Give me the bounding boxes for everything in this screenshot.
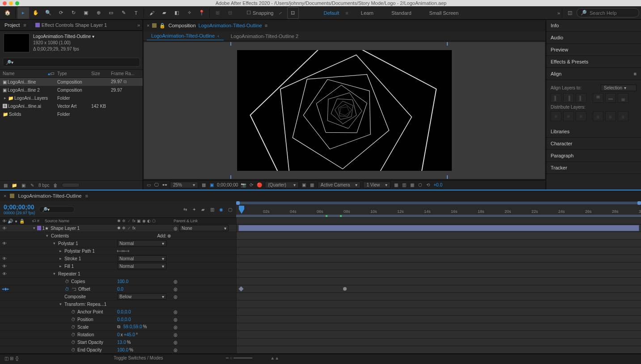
eye-column-icon[interactable]: 👁 bbox=[2, 218, 7, 224]
anchor-value[interactable]: 0.0,0.0 bbox=[117, 309, 131, 314]
tl-opt6-icon[interactable]: ▢ bbox=[227, 207, 233, 212]
align-bottom-icon[interactable]: ▄ bbox=[618, 93, 628, 103]
rotate-tool-icon[interactable]: ↻ bbox=[68, 7, 79, 19]
playhead-icon[interactable] bbox=[239, 205, 244, 215]
project-row[interactable]: 📁 SolidsFolder bbox=[0, 110, 143, 118]
timeline-ruler[interactable]: 02s04s06s08s10s12s14s16s18s20s22s24s26s2… bbox=[236, 205, 641, 215]
workspace-standard[interactable]: Standard bbox=[386, 8, 417, 17]
panel-libraries[interactable]: Libraries bbox=[546, 126, 641, 138]
timeline-timecode[interactable]: 0;00;00;00 bbox=[4, 203, 35, 211]
type-tool-icon[interactable]: T bbox=[130, 7, 142, 19]
audio-column-icon[interactable]: 🔊 bbox=[8, 218, 13, 224]
project-row[interactable]: ▣ LogoAni...tline 2Composition29.97 bbox=[0, 86, 143, 94]
end-opacity-value[interactable]: 100.0 bbox=[117, 347, 128, 352]
toggle-switches-button[interactable]: Toggle Switches / Modes bbox=[114, 356, 163, 361]
camera-tool-icon[interactable]: ▣ bbox=[80, 7, 92, 19]
eraser-tool-icon[interactable]: ◧ bbox=[171, 7, 183, 19]
project-search[interactable]: 🔎▾ bbox=[3, 58, 140, 67]
minimize-window-icon[interactable] bbox=[9, 1, 13, 5]
work-area-start[interactable] bbox=[230, 42, 231, 46]
workspace-default[interactable]: Default bbox=[318, 8, 345, 17]
camera-dropdown[interactable]: Active Camera▾ bbox=[318, 182, 361, 188]
pickwhip-icon[interactable]: ◎ bbox=[174, 226, 178, 231]
home-icon[interactable]: 🏠 bbox=[2, 7, 13, 19]
panel-toggle-icon[interactable]: ◫ bbox=[564, 7, 576, 19]
tl-opt3-icon[interactable]: ▰ bbox=[200, 207, 206, 212]
views-dropdown[interactable]: 1 View▾ bbox=[363, 182, 391, 188]
twirl-polystar-path[interactable]: ▸ bbox=[58, 249, 63, 253]
pan-behind-tool-icon[interactable]: ⊕ bbox=[93, 7, 104, 19]
layer-eye-icon[interactable]: 👁 bbox=[2, 225, 7, 231]
resolution-dropdown[interactable]: (Quarter)▾ bbox=[265, 182, 299, 188]
pickwhip-icon[interactable]: ◎ bbox=[174, 279, 178, 284]
position-value[interactable]: 0.0,0.0 bbox=[117, 317, 131, 322]
safe-icon[interactable]: ▣ bbox=[209, 182, 214, 188]
help-search[interactable]: 🔎 bbox=[577, 8, 639, 17]
panel-align[interactable]: Align≡ bbox=[546, 68, 641, 80]
effect-controls-tab[interactable]: Effect Controls Shape Layer 1 bbox=[31, 20, 112, 30]
project-tab[interactable]: Project≡ bbox=[0, 20, 31, 30]
link-icon[interactable]: ⧉ bbox=[117, 324, 120, 330]
rotation-value[interactable]: +45.0 bbox=[124, 332, 135, 337]
snapshot-icon[interactable]: 📷 bbox=[241, 182, 246, 188]
comp-tab-1[interactable]: LogoAnimation-Tilted-Outline ‹ bbox=[147, 32, 224, 40]
dist-bottom-icon[interactable]: ≡ bbox=[576, 111, 586, 121]
maximize-window-icon[interactable] bbox=[15, 1, 19, 5]
comp-icon[interactable]: ▣ bbox=[21, 182, 26, 188]
show-channel-icon[interactable]: ⟳ bbox=[249, 182, 254, 188]
exposure-value[interactable]: +0.0 bbox=[433, 182, 442, 187]
work-area-start-handle[interactable] bbox=[236, 201, 240, 205]
lock-column-icon[interactable]: 🔒 bbox=[19, 218, 25, 224]
panel-effects-presets[interactable]: Effects & Presets bbox=[546, 56, 641, 68]
panel-audio[interactable]: Audio bbox=[546, 32, 641, 44]
interpret-icon[interactable]: ▦ bbox=[3, 182, 8, 188]
align-to-dropdown[interactable]: Selection▾ bbox=[601, 85, 637, 91]
adjust-icon[interactable]: ✎ bbox=[30, 182, 35, 188]
align-hcenter-icon[interactable]: ▐ bbox=[563, 93, 574, 103]
bpc-label[interactable]: 8 bpc bbox=[38, 183, 49, 188]
dist-left-icon[interactable]: ⫼ bbox=[593, 111, 603, 121]
fill-mode[interactable]: Normal▾ bbox=[117, 263, 166, 269]
project-row[interactable]: 🅰 LogoAni...tline.aiVector Art142 KB bbox=[0, 102, 143, 110]
region-icon[interactable]: ▣ bbox=[301, 182, 307, 188]
solo-column-icon[interactable]: ● bbox=[13, 218, 19, 224]
mask-icon[interactable]: 👓 bbox=[162, 182, 167, 188]
stroke-mode[interactable]: Normal▾ bbox=[117, 255, 166, 262]
dist-vcenter-icon[interactable]: ≡ bbox=[563, 111, 574, 121]
parent-dropdown[interactable]: None▾ bbox=[179, 225, 229, 231]
help-search-input[interactable] bbox=[590, 10, 634, 16]
pen-tool-icon[interactable]: ✎ bbox=[118, 7, 129, 19]
work-area-end-handle[interactable] bbox=[637, 201, 641, 205]
panel-character[interactable]: Character bbox=[546, 138, 641, 150]
snap-opt1-icon[interactable]: ⟋ bbox=[275, 7, 286, 19]
brush-tool-icon[interactable]: 🖌 bbox=[146, 7, 157, 19]
copies-value[interactable]: 100.0 bbox=[117, 279, 128, 284]
magnify-icon[interactable]: ▭ bbox=[146, 182, 151, 188]
pixel-ar-icon[interactable]: ▦ bbox=[393, 182, 399, 188]
dist-top-icon[interactable]: ≡ bbox=[551, 111, 561, 121]
project-row[interactable]: ▸📁 LogoAni...LayersFolder bbox=[0, 94, 143, 102]
transparency-icon[interactable]: ▦ bbox=[310, 182, 315, 188]
start-opacity-value[interactable]: 13.0 bbox=[117, 340, 126, 345]
close-window-icon[interactable] bbox=[3, 1, 7, 5]
twirl-layer1[interactable]: ▾ bbox=[32, 226, 36, 230]
project-row[interactable]: ▣ LogoAni...tlineComposition29.97 ⧉ bbox=[0, 78, 143, 86]
viewer-timecode[interactable]: 0;00;00;00 bbox=[217, 182, 238, 187]
timeline-tab[interactable]: LogoAnimation-Tilted-Outline bbox=[18, 193, 81, 199]
zoom-tool-icon[interactable]: 🔍 bbox=[42, 7, 54, 19]
tl-opt4-icon[interactable]: ▥ bbox=[209, 207, 215, 212]
roto-tool-icon[interactable]: ✧ bbox=[183, 7, 195, 19]
hand-tool-icon[interactable]: ✋ bbox=[30, 7, 42, 19]
panel-preview[interactable]: Preview bbox=[546, 44, 641, 56]
footer-slider[interactable] bbox=[62, 183, 80, 187]
channel-icon[interactable]: ▦ bbox=[201, 182, 206, 188]
dist-hcenter-icon[interactable]: ⫼ bbox=[605, 111, 616, 121]
tl-ft2-icon[interactable]: ⊞ bbox=[9, 356, 14, 361]
workspace-learn[interactable]: Learn bbox=[356, 8, 379, 17]
twirl-contents[interactable]: ▾ bbox=[45, 233, 49, 238]
orbit-tool-icon[interactable]: ⟳ bbox=[55, 7, 67, 19]
snapping-toggle[interactable]: ☐Snapping bbox=[246, 10, 274, 16]
display-icon[interactable]: 🖵 bbox=[154, 182, 159, 188]
panel-tracker[interactable]: Tracker bbox=[546, 162, 641, 174]
tl-opt1-icon[interactable]: ⇆ bbox=[183, 207, 188, 212]
